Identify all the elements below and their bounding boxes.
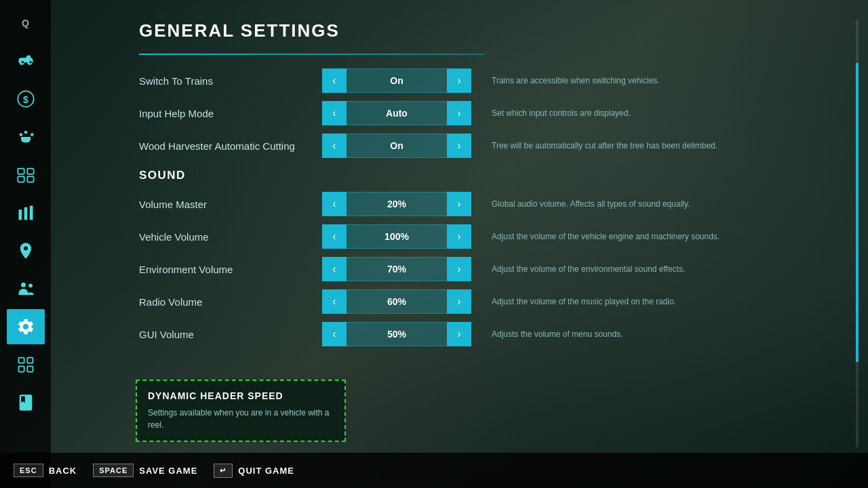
setting-control-radio-volume: ‹ 60% › (322, 289, 471, 314)
quit-game-label: QUIT GAME (238, 466, 294, 476)
sidebar-item-vehicles[interactable] (7, 43, 45, 79)
svg-rect-7 (24, 207, 27, 220)
volume-master-prev-button[interactable]: ‹ (322, 192, 347, 216)
sidebar-item-workers[interactable] (7, 271, 45, 306)
sidebar-item-animals[interactable] (7, 119, 45, 155)
svg-rect-4 (18, 176, 24, 182)
setting-row-gui-volume: GUI Volume ‹ 50% › Adjusts the volume of… (139, 319, 841, 349)
setting-label-volume-master: Volume Master (139, 199, 322, 210)
switch-to-trains-value: On (347, 68, 447, 93)
setting-label-radio-volume: Radio Volume (139, 296, 322, 308)
settings-area: Switch To Trains ‹ On › Trains are acces… (139, 66, 841, 349)
sidebar-item-economy[interactable]: $ (7, 81, 45, 117)
sidebar: Q $ (0, 0, 51, 488)
setting-row-switch-to-trains: Switch To Trains ‹ On › Trains are acces… (139, 66, 841, 96)
vehicle-volume-prev-button[interactable]: ‹ (322, 224, 347, 249)
sidebar-item-fields[interactable] (7, 157, 45, 192)
setting-row-input-help-mode: Input Help Mode ‹ Auto › Set which input… (139, 98, 841, 128)
setting-label-wood-harvester: Wood Harvester Automatic Cutting (139, 140, 322, 152)
gui-volume-next-button[interactable]: › (447, 322, 471, 346)
svg-rect-13 (18, 366, 24, 371)
setting-control-wood-harvester: ‹ On › (322, 134, 471, 158)
setting-row-volume-master: Volume Master ‹ 20% › Global audio volum… (139, 189, 841, 219)
svg-rect-2 (18, 169, 24, 174)
svg-rect-3 (27, 169, 33, 174)
gui-volume-description: Adjusts the volume of menu sounds. (492, 329, 623, 340)
input-help-mode-value: Auto (347, 101, 447, 125)
environment-volume-description: Adjust the volume of the environmental s… (492, 264, 685, 275)
svg-point-10 (28, 283, 33, 287)
gui-volume-value: 50% (347, 322, 447, 346)
svg-text:$: $ (23, 94, 28, 105)
setting-control-switch-to-trains: ‹ On › (322, 68, 471, 93)
setting-control-volume-master: ‹ 20% › (322, 192, 471, 216)
tooltip-box: DYNAMIC HEADER SPEED Settings available … (136, 380, 346, 442)
switch-to-trains-prev-button[interactable]: ‹ (322, 68, 347, 93)
wood-harvester-value: On (347, 134, 447, 158)
svg-rect-8 (29, 206, 33, 220)
sidebar-item-settings[interactable] (7, 309, 45, 344)
esc-key-badge: ESC (14, 464, 43, 477)
scrollbar[interactable] (853, 20, 861, 447)
setting-control-vehicle-volume: ‹ 100% › (322, 224, 471, 249)
save-game-button[interactable]: SPACE SAVE GAME (93, 464, 197, 477)
vehicle-volume-value: 100% (347, 224, 447, 249)
space-key-badge: SPACE (93, 464, 134, 477)
wood-harvester-description: Tree will be automatically cut after the… (492, 140, 717, 152)
tooltip-title: DYNAMIC HEADER SPEED (148, 390, 334, 401)
sidebar-item-map[interactable] (7, 233, 45, 268)
svg-rect-6 (18, 209, 22, 220)
radio-volume-value: 60% (347, 289, 447, 314)
wood-harvester-next-button[interactable]: › (447, 134, 471, 158)
save-game-label: SAVE GAME (139, 466, 197, 476)
switch-to-trains-description: Trains are accessible when switching veh… (492, 75, 660, 87)
scrollbar-thumb (856, 63, 859, 362)
setting-row-environment-volume: Environment Volume ‹ 70% › Adjust the vo… (139, 254, 841, 284)
sidebar-item-production[interactable] (7, 195, 45, 230)
enter-key-badge: ↵ (214, 464, 233, 478)
vehicle-volume-next-button[interactable]: › (447, 224, 471, 249)
environment-volume-prev-button[interactable]: ‹ (322, 257, 347, 281)
sidebar-item-help[interactable] (7, 385, 45, 420)
radio-volume-next-button[interactable]: › (447, 289, 471, 314)
section-separator (139, 54, 485, 55)
setting-row-vehicle-volume: Vehicle Volume ‹ 100% › Adjust the volum… (139, 222, 841, 251)
vehicle-volume-description: Adjust the volume of the vehicle engine … (492, 231, 719, 243)
radio-volume-description: Adjust the volume of the music played on… (492, 296, 676, 308)
wood-harvester-prev-button[interactable]: ‹ (322, 134, 347, 158)
volume-master-next-button[interactable]: › (447, 192, 471, 216)
switch-to-trains-next-button[interactable]: › (447, 68, 471, 93)
input-help-mode-prev-button[interactable]: ‹ (322, 101, 347, 125)
input-help-mode-description: Set which input controls are displayed. (492, 108, 631, 119)
volume-master-description: Global audio volume. Affects all types o… (492, 199, 690, 210)
back-label: BACK (49, 466, 77, 476)
svg-rect-14 (27, 366, 33, 371)
svg-rect-12 (27, 358, 33, 363)
environment-volume-next-button[interactable]: › (447, 257, 471, 281)
setting-label-input-help-mode: Input Help Mode (139, 108, 322, 119)
back-button[interactable]: ESC BACK (14, 464, 77, 477)
volume-master-value: 20% (347, 192, 447, 216)
svg-rect-11 (18, 358, 24, 363)
setting-label-gui-volume: GUI Volume (139, 329, 322, 340)
page-title: GENERAL SETTINGS (139, 20, 841, 41)
bottom-bar: ESC BACK SPACE SAVE GAME ↵ QUIT GAME (0, 453, 868, 488)
setting-row-radio-volume: Radio Volume ‹ 60% › Adjust the volume o… (139, 287, 841, 317)
setting-label-switch-to-trains: Switch To Trains (139, 75, 322, 87)
setting-label-vehicle-volume: Vehicle Volume (139, 231, 322, 243)
sidebar-item-q[interactable]: Q (7, 5, 45, 41)
setting-label-environment-volume: Environment Volume (139, 264, 322, 275)
sound-section-header: SOUND (139, 169, 841, 182)
setting-control-input-help-mode: ‹ Auto › (322, 101, 471, 125)
setting-control-gui-volume: ‹ 50% › (322, 322, 471, 346)
setting-row-wood-harvester: Wood Harvester Automatic Cutting ‹ On › … (139, 131, 841, 161)
svg-point-9 (21, 283, 26, 287)
svg-rect-5 (27, 176, 33, 182)
gui-volume-prev-button[interactable]: ‹ (322, 322, 347, 346)
input-help-mode-next-button[interactable]: › (447, 101, 471, 125)
quit-game-button[interactable]: ↵ QUIT GAME (214, 464, 294, 478)
sidebar-item-overview[interactable] (7, 347, 45, 382)
setting-control-environment-volume: ‹ 70% › (322, 257, 471, 281)
radio-volume-prev-button[interactable]: ‹ (322, 289, 347, 314)
environment-volume-value: 70% (347, 257, 447, 281)
